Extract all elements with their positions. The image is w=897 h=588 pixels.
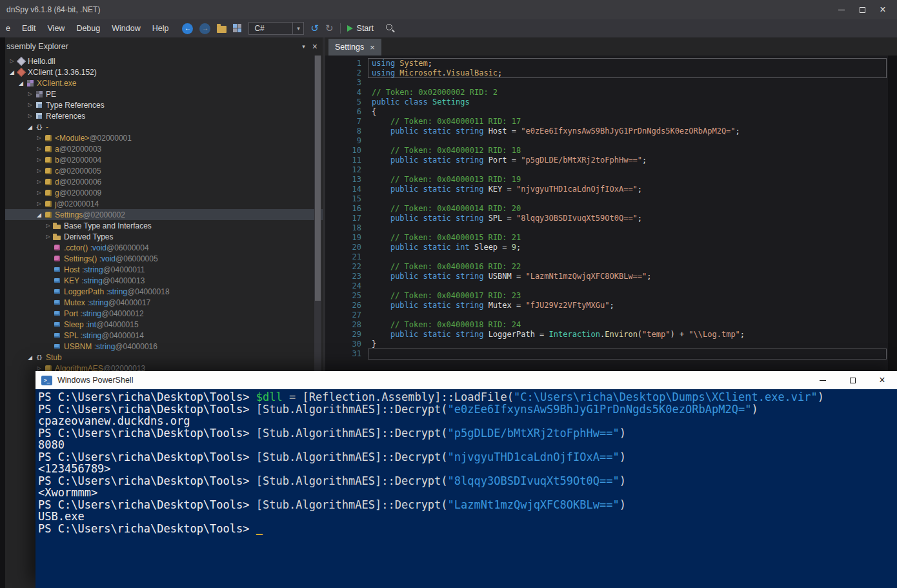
expander-collapsed-icon[interactable]: ▷ [35, 179, 43, 185]
code-line[interactable]: 15 [325, 194, 888, 204]
tree-item[interactable]: ▷Derived Types [5, 231, 323, 242]
menu-edit[interactable]: Edit [16, 19, 42, 37]
menu-view[interactable]: View [42, 19, 71, 37]
code-line[interactable]: 31 [325, 349, 888, 359]
navigate-back-button[interactable]: ← [182, 23, 193, 34]
ps-maximize-button[interactable] [838, 371, 867, 389]
navigate-forward-button[interactable]: → [199, 23, 210, 34]
code-line[interactable]: 3 [325, 78, 888, 88]
maximize-button[interactable] [852, 0, 872, 19]
expander-expanded-icon[interactable]: ◢ [17, 80, 25, 86]
tree-item[interactable]: ▷Hello.dll [5, 56, 323, 66]
code-line[interactable]: 12 [325, 165, 888, 175]
code-line[interactable]: 5public class Settings [325, 97, 888, 107]
code-line[interactable]: 17 public static string SPL = "8lqqy3OBS… [325, 214, 888, 223]
tree-item[interactable]: ▷b @02000004 [5, 154, 323, 165]
tree-item[interactable]: Sleep : int @04000015 [5, 319, 323, 330]
code-line[interactable]: 10 // Token: 0x04000012 RID: 18 [325, 146, 888, 156]
tree-item[interactable]: ◢{}Stub [5, 352, 323, 363]
tree-item[interactable]: ▷Type References [5, 99, 323, 110]
tree-item[interactable]: .cctor() : void @06000004 [5, 242, 323, 253]
expander-collapsed-icon[interactable]: ▷ [26, 102, 34, 108]
expander-collapsed-icon[interactable]: ▷ [44, 223, 52, 228]
assembly-explorer-toggle-icon[interactable] [233, 24, 242, 33]
code-line[interactable]: 2using Microsoft.VisualBasic; [325, 68, 888, 78]
close-button[interactable]: × [872, 0, 893, 19]
code-line[interactable]: 1using System; [325, 59, 888, 68]
tree-item[interactable]: ▷<Module> @02000001 [5, 132, 323, 143]
tree-item[interactable]: ◢XClient (1.3.36.152) [5, 66, 323, 77]
minimize-button[interactable] [831, 0, 852, 19]
tab-close-icon[interactable]: × [370, 43, 375, 52]
tree-item[interactable]: ◢Settings @02000002 [5, 209, 323, 220]
powershell-console[interactable]: PS C:\Users\richa\Desktop\Tools> $dll = … [35, 389, 897, 588]
undo-icon[interactable]: ↺ [310, 23, 319, 34]
tree-item[interactable]: LoggerPath : string @04000018 [5, 286, 323, 297]
expander-collapsed-icon[interactable]: ▷ [35, 168, 43, 174]
expander-collapsed-icon[interactable]: ▷ [35, 146, 43, 152]
tree-item[interactable]: Port : string @04000012 [5, 308, 323, 319]
expander-expanded-icon[interactable]: ◢ [26, 124, 34, 130]
language-combobox[interactable]: C# ▾ [248, 22, 304, 35]
chevron-down-icon[interactable]: ▾ [302, 43, 305, 50]
expander-collapsed-icon[interactable]: ▷ [35, 190, 43, 196]
expander-collapsed-icon[interactable]: ▷ [35, 365, 43, 371]
tree-scrollbar-thumb[interactable] [315, 56, 321, 301]
code-line[interactable]: 23 public static string USBNM = "LazmNt1… [325, 272, 888, 281]
code-line[interactable]: 28 // Token: 0x04000018 RID: 24 [325, 320, 888, 330]
code-line[interactable]: 13 // Token: 0x04000013 RID: 19 [325, 175, 888, 185]
code-line[interactable]: 26 public static string Mutex = "fJU29Vz… [325, 301, 888, 310]
tree-item[interactable]: Settings() : void @06000005 [5, 253, 323, 264]
expander-collapsed-icon[interactable]: ▷ [26, 113, 34, 119]
code-line[interactable]: 22 // Token: 0x04000016 RID: 22 [325, 262, 888, 272]
code-line[interactable]: 8 public static string Host = "e0zEe6Ifx… [325, 127, 888, 136]
tree-item[interactable]: SPL : string @04000014 [5, 330, 323, 341]
tree-item[interactable]: ▷c @02000005 [5, 165, 323, 176]
explorer-close-icon[interactable]: × [312, 41, 317, 52]
menu-window[interactable]: Window [106, 19, 146, 37]
tree-item[interactable]: ▷PE [5, 88, 323, 99]
expander-collapsed-icon[interactable]: ▷ [35, 157, 43, 163]
code-line[interactable]: 11 public static string Port = "p5gDLDE/… [325, 156, 888, 165]
ps-minimize-button[interactable] [808, 371, 838, 389]
redo-icon[interactable]: ↻ [325, 23, 334, 34]
menu-help[interactable]: Help [146, 19, 175, 37]
tree-item[interactable]: ▷Base Type and Interfaces [5, 220, 323, 231]
code-line[interactable]: 30} [325, 340, 888, 349]
tree-item[interactable]: ▷a @02000003 [5, 143, 323, 154]
tree-item[interactable]: ▷g @02000009 [5, 187, 323, 198]
tree-item[interactable]: USBNM : string @04000016 [5, 341, 323, 352]
tree-item[interactable]: ◢{}- [5, 121, 323, 132]
expander-collapsed-icon[interactable]: ▷ [35, 201, 43, 207]
menu-e[interactable]: e [0, 19, 16, 37]
tree-item[interactable]: Mutex : string @04000017 [5, 297, 323, 308]
expander-expanded-icon[interactable]: ◢ [26, 354, 34, 361]
expander-expanded-icon[interactable]: ◢ [35, 212, 43, 218]
code-line[interactable]: 19 // Token: 0x04000015 RID: 21 [325, 233, 888, 243]
tree-item[interactable]: ◢XClient.exe [5, 77, 323, 88]
start-debug-button[interactable]: Start [347, 24, 374, 33]
open-file-icon[interactable] [217, 26, 227, 33]
code-line[interactable]: 25 // Token: 0x04000017 RID: 23 [325, 291, 888, 301]
expander-collapsed-icon[interactable]: ▷ [44, 234, 52, 239]
tree-item[interactable]: ▷j @02000014 [5, 198, 323, 209]
code-line[interactable]: 7 // Token: 0x04000011 RID: 17 [325, 117, 888, 127]
menu-debug[interactable]: Debug [70, 19, 106, 37]
code-line[interactable]: 14 public static string KEY = "njvgyuTHD… [325, 185, 888, 194]
code-line[interactable]: 21 [325, 252, 888, 262]
tree-item[interactable]: KEY : string @04000013 [5, 275, 323, 286]
code-line[interactable]: 20 public static int Sleep = 9; [325, 243, 888, 252]
code-line[interactable]: 4// Token: 0x02000002 RID: 2 [325, 88, 888, 97]
expander-collapsed-icon[interactable]: ▷ [8, 58, 16, 64]
tree-item[interactable]: ▷d @02000006 [5, 176, 323, 187]
code-line[interactable]: 6{ [325, 107, 888, 117]
ps-close-button[interactable]: × [867, 371, 897, 389]
tree-item[interactable]: Host : string @04000011 [5, 264, 323, 275]
code-line[interactable]: 24 [325, 281, 888, 291]
tree-item[interactable]: ▷References [5, 110, 323, 121]
code-line[interactable]: 16 // Token: 0x04000014 RID: 20 [325, 204, 888, 214]
code-line[interactable]: 9 [325, 136, 888, 146]
search-icon[interactable] [385, 23, 396, 34]
expander-collapsed-icon[interactable]: ▷ [26, 91, 34, 97]
code-line[interactable]: 29 public static string LoggerPath = Int… [325, 330, 888, 340]
